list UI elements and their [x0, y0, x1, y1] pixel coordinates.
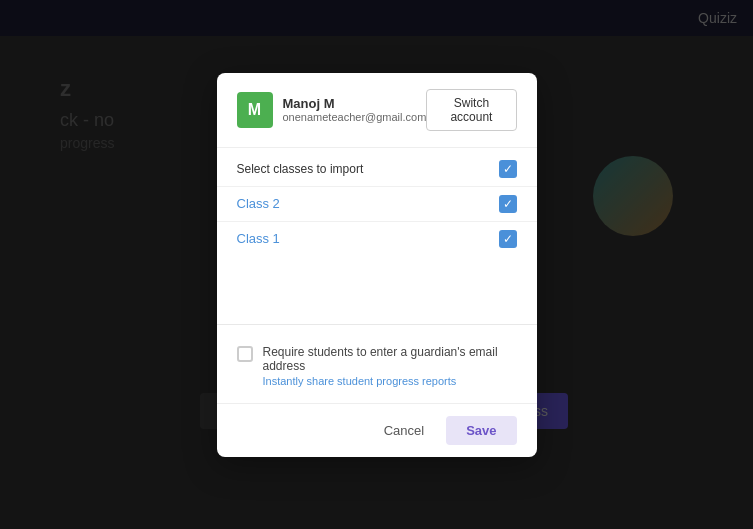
save-button[interactable]: Save [446, 416, 516, 445]
guardian-section: Require students to enter a guardian's e… [217, 324, 537, 403]
spacer [217, 256, 537, 316]
guardian-label: Require students to enter a guardian's e… [263, 345, 517, 373]
class1-label: Class 1 [237, 231, 280, 246]
guardian-sub: Instantly share student progress reports [263, 375, 517, 387]
modal-footer: Cancel Save [217, 403, 537, 457]
class2-label: Class 2 [237, 196, 280, 211]
switch-account-button[interactable]: Switch account [426, 89, 516, 131]
modal-user: M Manoj M onenameteacher@gmail.com [237, 92, 427, 128]
avatar: M [237, 92, 273, 128]
guardian-text: Require students to enter a guardian's e… [263, 345, 517, 387]
class-item-class2: Class 2 ✓ [217, 186, 537, 221]
cancel-button[interactable]: Cancel [374, 417, 434, 444]
class2-checkbox[interactable]: ✓ [499, 195, 517, 213]
user-name: Manoj M [283, 96, 427, 111]
user-email: onenameteacher@gmail.com [283, 111, 427, 123]
guardian-checkbox[interactable] [237, 346, 253, 362]
select-all-checkbox[interactable]: ✓ [499, 160, 517, 178]
modal-backdrop: M Manoj M onenameteacher@gmail.com Switc… [0, 0, 753, 529]
class1-checkbox[interactable]: ✓ [499, 230, 517, 248]
modal-header: M Manoj M onenameteacher@gmail.com Switc… [217, 73, 537, 148]
guardian-checkbox-row: Require students to enter a guardian's e… [237, 345, 517, 387]
import-classes-modal: M Manoj M onenameteacher@gmail.com Switc… [217, 73, 537, 457]
user-info: Manoj M onenameteacher@gmail.com [283, 96, 427, 123]
select-classes-header: Select classes to import ✓ [217, 148, 537, 186]
modal-body: Select classes to import ✓ Class 2 ✓ Cla… [217, 148, 537, 403]
class-item-class1: Class 1 ✓ [217, 221, 537, 256]
